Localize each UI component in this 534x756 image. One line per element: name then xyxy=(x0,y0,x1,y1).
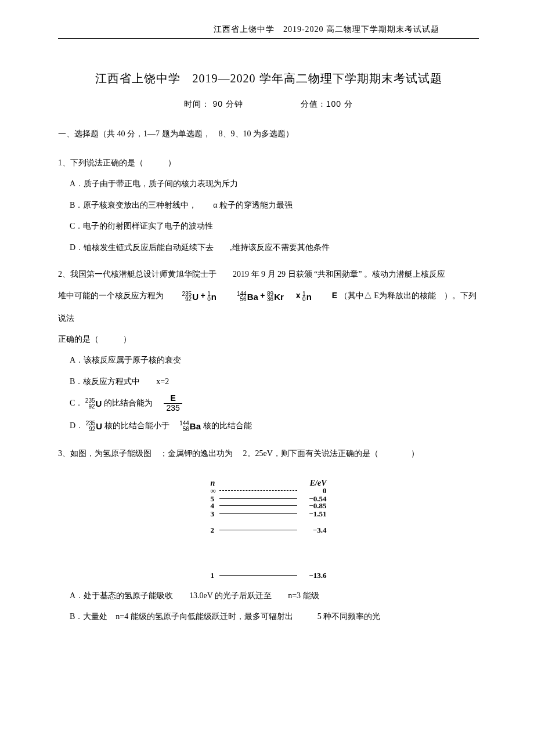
q3-option-b: B．大量处 n=4 能级的氢原子向低能级跃迁时，最多可辐射出 5 种不同频率的光 xyxy=(70,606,479,627)
isotope-u235-2: 23592U xyxy=(85,392,102,415)
n1-z: 0 xyxy=(207,296,211,302)
plus-2: + xyxy=(260,291,265,300)
binding-energy-fraction: E 235 xyxy=(164,394,182,413)
q2-option-d: D． 23592U 核的比结合能小于 14456Ba 核的比结合能 xyxy=(70,415,479,437)
ba-sym: Ba xyxy=(247,292,258,302)
u235b-sym: U xyxy=(96,399,102,408)
isotope-u235-3: 23592U xyxy=(86,415,103,437)
q2-stem-line3: 正确的是（ ） xyxy=(58,329,479,350)
ba-z: 56 xyxy=(240,296,247,302)
e2: −3.4 xyxy=(298,520,327,540)
u235b-z: 92 xyxy=(88,404,95,410)
q1-stem: 1、下列说法正确的是（ ） xyxy=(58,153,479,173)
energy-level-diagram: n E/eV ∞ 0 5 −0.54 4 −0.85 3 −1.51 xyxy=(211,475,327,573)
x-term: x xyxy=(296,291,301,300)
n1: 1 xyxy=(211,566,219,585)
q3-option-a: A．处于基态的氢原子能吸收 13.0eV 的光子后跃迁至 n=3 能级 xyxy=(70,585,479,606)
level-line-2 xyxy=(219,530,297,530)
isotope-kr89: 8936Kr xyxy=(267,285,284,308)
isotope-ba144: 14456Ba xyxy=(237,285,258,308)
u235c-sym: U xyxy=(96,421,102,431)
q1-option-d: D．铀核发生链式反应后能自动延续下去 ,维持该反应不需要其他条件 xyxy=(70,237,479,258)
n1-sym: n xyxy=(211,292,217,302)
time-value: 90 分钟 xyxy=(212,99,243,108)
time-label: 时间： xyxy=(184,100,210,108)
q1-option-b: B．原子核衰变放出的三种射线中， α 粒子的穿透能力最强 xyxy=(70,195,479,216)
meta-line: 时间： 90 分钟 分值 : 100 分 xyxy=(58,99,479,110)
n2-z: 0 xyxy=(302,296,306,302)
level-line-3 xyxy=(219,513,297,514)
score-label: 分值 : xyxy=(301,100,323,108)
ba2-sym: Ba xyxy=(190,421,201,431)
e-term: E xyxy=(332,291,337,300)
level-line-1 xyxy=(219,575,297,576)
n2: 2 xyxy=(211,520,219,540)
ba2-z: 56 xyxy=(183,426,189,432)
q2-c-post: 的比结合能为 xyxy=(104,399,161,407)
frac-den: 235 xyxy=(164,404,182,413)
q2-c-pre: C． xyxy=(70,399,83,407)
q3-stem: 3、如图，为氢原子能级图 ；金属钾的逸出功为 2。25eV，则下面有关说法正确的… xyxy=(58,443,479,464)
q2-option-c: C． 23592U 的比结合能为 E 235 xyxy=(70,392,479,415)
header-rule xyxy=(58,38,479,39)
q2-d-post: 核的比结合能 xyxy=(203,421,252,430)
isotope-n-1: 10n xyxy=(207,285,217,308)
u235-z: 92 xyxy=(185,296,192,302)
kr-z: 36 xyxy=(267,296,273,302)
q2-stem-line2: 堆中可能的一个核反应方程为 23592U + 10n 14456Ba + 893… xyxy=(58,285,479,329)
e1: −13.6 xyxy=(298,566,327,585)
q2-option-b: B．核反应方程式中 x=2 xyxy=(70,371,479,392)
question-3: 3、如图，为氢原子能级图 ；金属钾的逸出功为 2。25eV，则下面有关说法正确的… xyxy=(58,443,479,627)
q2-stem-line2-pre: 堆中可能的一个核反应方程为 xyxy=(58,291,180,300)
q2-stem-line1: 2、我国第一代核潜艇总设计师黄旭华院士于 2019 年 9 月 29 日获颁 “… xyxy=(58,264,479,285)
score-value: 100 分 xyxy=(326,99,353,108)
page-header: 江西省上饶中学 2019-2020 高二物理下学期期末考试试题 xyxy=(58,24,479,35)
isotope-n-2: 10n xyxy=(302,285,312,308)
q2-d-pre: D． xyxy=(70,421,84,430)
frac-num: E xyxy=(164,394,182,403)
question-1: 1、下列说法正确的是（ ） A．质子由于带正电，质子间的核力表现为斥力 B．原子… xyxy=(58,153,479,258)
n2-sym: n xyxy=(306,292,312,302)
q2-option-a: A．该核反应属于原子核的衰变 xyxy=(70,350,479,371)
document-title: 江西省上饶中学 2019—2020 学年高二物理下学期期末考试试题 xyxy=(58,71,479,86)
level-1: 1 −13.6 xyxy=(211,566,327,585)
section-1-heading: 一、选择题（共 40 分，1—7 题为单选题， 8、9、10 为多选题） xyxy=(58,126,479,142)
level-2: 2 −3.4 xyxy=(211,520,327,540)
question-2: 2、我国第一代核潜艇总设计师黄旭华院士于 2019 年 9 月 29 日获颁 “… xyxy=(58,264,479,437)
u235c-z: 92 xyxy=(89,426,95,432)
plus-1: + xyxy=(201,291,205,300)
kr-sym: Kr xyxy=(274,292,284,302)
isotope-ba144-2: 14456Ba xyxy=(179,415,201,437)
isotope-u235-1: 23592U xyxy=(182,285,199,308)
q2-d-mid: 核的比结合能小于 xyxy=(104,421,178,430)
q1-option-a: A．质子由于带正电，质子间的核力表现为斥力 xyxy=(70,173,479,194)
q1-option-c: C．电子的衍射图样证实了电子的波动性 xyxy=(70,216,479,237)
u235-sym: U xyxy=(192,292,199,302)
